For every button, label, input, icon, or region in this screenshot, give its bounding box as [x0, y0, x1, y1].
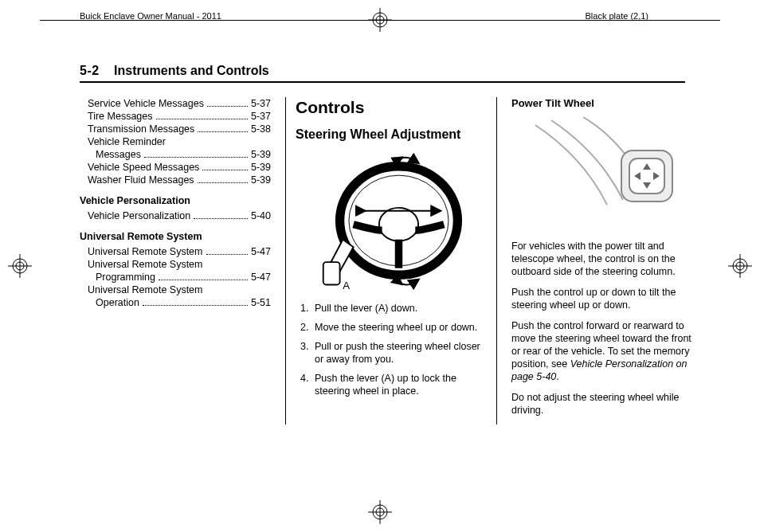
toc-leader: [156, 111, 248, 119]
toc-page: 5-39: [251, 148, 271, 161]
running-header-rule: [40, 20, 720, 21]
illustration-label-a: A: [343, 280, 350, 292]
toc-label: Universal Remote System: [88, 284, 203, 296]
toc-leader: [207, 98, 248, 107]
toc-item: Universal Remote System: [80, 284, 271, 296]
step-item: Push the lever (A) up to lock the steeri…: [311, 372, 487, 397]
columns: Service Vehicle Messages 5-37 Tire Messa…: [80, 97, 685, 424]
print-mark-left: [8, 254, 32, 278]
toc-page: 5-47: [251, 245, 271, 258]
toc-label: Vehicle Speed Messages: [88, 161, 199, 174]
section-page-number: 5-2: [80, 64, 100, 77]
toc-label: Vehicle Reminder: [88, 135, 166, 148]
toc-page: 5-39: [251, 174, 271, 186]
toc-label: Service Vehicle Messages: [88, 97, 204, 110]
print-mark-bottom: [368, 500, 392, 524]
toc-item: Service Vehicle Messages 5-37: [80, 97, 271, 110]
steering-wheel-illustration: A: [311, 149, 471, 292]
toc-leader: [202, 162, 248, 170]
toc-label: Vehicle Personalization: [88, 209, 190, 222]
toc-label: Transmission Messages: [88, 123, 194, 135]
body-text: Push the control up or down to tilt the …: [511, 286, 703, 311]
section-header: 5-2 Instruments and Controls: [80, 64, 685, 78]
toc-item: Vehicle Speed Messages 5-39: [80, 161, 271, 174]
toc-page: 5-51: [251, 296, 271, 309]
toc-item: Messages 5-39: [80, 148, 271, 161]
toc-page: 5-39: [251, 161, 271, 174]
toc-leader: [198, 123, 248, 132]
body-text: For vehicles with the power tilt and tel…: [511, 240, 703, 278]
column-toc: Service Vehicle Messages 5-37 Tire Messa…: [80, 97, 271, 424]
toc-item: Washer Fluid Messages 5-39: [80, 174, 271, 186]
toc-leader: [194, 210, 248, 219]
power-tilt-illustration: [527, 117, 687, 229]
body-text-span: .: [556, 371, 558, 382]
toc-label: Universal Remote System: [88, 245, 203, 258]
toc-leader: [206, 246, 248, 255]
toc-item: Operation 5-51: [80, 296, 271, 309]
svg-point-9: [16, 262, 24, 270]
svg-point-4: [373, 505, 387, 519]
toc-item: Universal Remote System: [80, 258, 271, 271]
section-rule: [80, 81, 685, 83]
toc-item: Tire Messages 5-37: [80, 110, 271, 123]
toc-item: Universal Remote System 5-47: [80, 245, 271, 258]
section-title: Instruments and Controls: [114, 64, 269, 77]
toc-leader: [143, 297, 248, 306]
toc-item: Vehicle Reminder: [80, 135, 271, 148]
toc-page: 5-38: [251, 123, 271, 135]
svg-rect-19: [323, 262, 340, 284]
toc-heading: Universal Remote System: [80, 230, 271, 243]
toc-page: 5-40: [251, 209, 271, 222]
toc-item: Vehicle Personalization 5-40: [80, 209, 271, 222]
heading-steering-adjustment: Steering Wheel Adjustment: [296, 127, 487, 143]
toc-leader: [144, 149, 248, 158]
print-mark-right: [728, 254, 752, 278]
toc-label: Operation: [96, 296, 139, 309]
toc-page: 5-37: [251, 110, 271, 123]
toc-heading: Vehicle Personalization: [80, 194, 271, 207]
toc-label: Washer Fluid Messages: [88, 174, 194, 186]
toc-leader: [198, 174, 248, 183]
svg-point-18: [379, 208, 418, 241]
toc-item: Programming 5-47: [80, 271, 271, 284]
step-item: Move the steering wheel up or down.: [311, 321, 487, 334]
toc-label: Programming: [96, 271, 155, 284]
body-text: Do not adjust the steering wheel while d…: [511, 391, 703, 417]
toc-leader: [159, 272, 248, 280]
step-item: Pull the lever (A) down.: [311, 302, 487, 315]
toc-label: Tire Messages: [88, 110, 153, 123]
svg-point-5: [376, 508, 384, 516]
toc-label: Messages: [96, 148, 141, 161]
toc-page: 5-47: [251, 271, 271, 284]
toc-page: 5-37: [251, 97, 271, 110]
body-text: Push the control forward or rearward to …: [511, 319, 703, 383]
column-controls: Controls Steering Wheel Adjustment: [285, 97, 497, 424]
steps-list: Pull the lever (A) down. Move the steeri…: [296, 302, 487, 397]
toc-item: Transmission Messages 5-38: [80, 123, 271, 135]
step-item: Pull or push the steering wheel closer o…: [311, 340, 487, 366]
svg-point-8: [13, 259, 27, 273]
page-body: 5-2 Instruments and Controls Service Veh…: [80, 64, 685, 424]
svg-point-13: [736, 262, 744, 270]
svg-point-12: [733, 259, 747, 273]
heading-power-tilt: Power Tilt Wheel: [511, 97, 703, 111]
toc-label: Universal Remote System: [88, 258, 203, 271]
column-power-tilt: Power Tilt Wheel For vehicle: [511, 97, 703, 424]
heading-controls: Controls: [296, 97, 487, 119]
